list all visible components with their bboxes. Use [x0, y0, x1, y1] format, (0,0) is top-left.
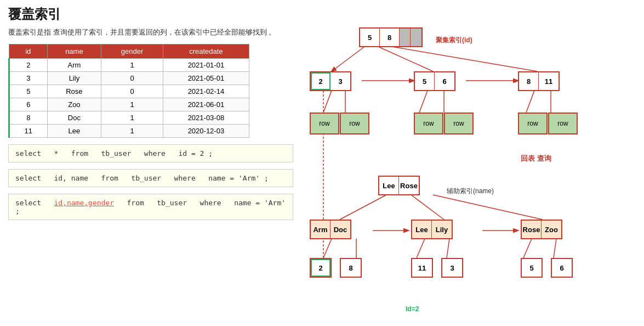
root-cell-ptr2	[411, 29, 421, 46]
sec-mid-left: Arm Doc	[310, 220, 351, 239]
leaf-row-6: row	[549, 114, 577, 133]
page-subtitle: 覆盖索引是指 查询使用了索引，并且需要返回的列，在该索引中已经全部能够找到 。	[8, 27, 293, 37]
table-row: 3Lily02021-05-01	[9, 72, 249, 85]
leaf-row-1: row	[311, 114, 338, 133]
clustered-mid-center: 5 6	[414, 71, 455, 91]
table-cell-r5-c3: 2020-12-03	[163, 125, 249, 138]
sec-mid-right: Rose Zoo	[521, 220, 562, 239]
sec-leaf-center-2: 3	[441, 258, 463, 278]
leaf-row-5: row	[519, 114, 546, 133]
table-cell-r1-c3: 2021-05-01	[163, 72, 249, 85]
table-cell-r2-c1: Rose	[47, 85, 101, 98]
table-row: 2Arm12021-01-01	[9, 59, 249, 72]
table-cell-r0-c1: Arm	[47, 59, 101, 72]
table-cell-r1-c0: 3	[9, 72, 48, 85]
table-cell-r3-c2: 1	[101, 98, 163, 111]
leaf-left-1: row	[310, 113, 339, 134]
sec-leaf-8: 8	[341, 259, 361, 277]
secondary-label: 辅助索引(name)	[447, 187, 494, 196]
table-cell-r4-c2: 1	[101, 111, 163, 125]
leaf-row-4: row	[445, 114, 472, 133]
leaf-right-2: row	[548, 113, 578, 134]
clustered-mid-left: 2 3	[310, 71, 351, 91]
svg-line-1	[378, 47, 433, 71]
sql2-text: select id, name from tb_user where name …	[15, 174, 269, 182]
mid-center-cell-5: 5	[415, 72, 435, 90]
table-header-gender: gender	[101, 44, 163, 59]
sql-box-3: select id,name,gender from tb_user where…	[8, 194, 293, 220]
mid-right-cell-11: 11	[539, 72, 558, 90]
sec-leaf-6: 6	[552, 259, 572, 277]
backtable-label: 回表 查询	[521, 154, 551, 164]
leaf-right-1: row	[518, 113, 548, 134]
sec-leaf-3: 3	[442, 259, 462, 277]
sec-leaf-center-1: 11	[411, 258, 433, 278]
table-cell-r1-c2: 0	[101, 72, 163, 85]
table-row: 8Doc12021-03-08	[9, 111, 249, 125]
mid-center-cell-6: 6	[435, 72, 454, 90]
clustered-mid-right: 8 11	[518, 71, 560, 91]
sec-leaf-5: 5	[522, 259, 542, 277]
leaf-left-2: row	[340, 113, 369, 134]
sec-root-lee: Lee	[379, 177, 399, 194]
table-cell-r5-c0: 11	[9, 125, 48, 138]
svg-line-21	[554, 239, 556, 258]
sec-mid-arm: Arm	[311, 221, 330, 238]
sec-leaf-11: 11	[412, 259, 432, 277]
data-table: idnamegendercreatedate 2Arm12021-01-013L…	[8, 44, 249, 138]
root-cell-8: 8	[380, 29, 400, 46]
id2-label: Id=2	[406, 305, 419, 313]
page: 覆盖索引 覆盖索引是指 查询使用了索引，并且需要返回的列，在该索引中已经全部能够…	[0, 0, 644, 326]
table-cell-r2-c0: 5	[9, 85, 48, 98]
table-cell-r0-c0: 2	[9, 59, 48, 72]
leaf-center-1: row	[414, 113, 443, 134]
sec-mid-lee: Lee	[412, 221, 432, 238]
svg-line-2	[392, 47, 537, 71]
table-cell-r3-c1: Zoo	[47, 98, 101, 111]
svg-line-12	[411, 195, 444, 220]
table-header-createdate: createdate	[163, 44, 249, 59]
svg-line-19	[447, 239, 449, 258]
table-cell-r0-c2: 1	[101, 59, 163, 72]
table-cell-r4-c0: 8	[9, 111, 48, 125]
sec-mid-doc: Doc	[330, 221, 350, 238]
sec-mid-lily: Lily	[432, 221, 452, 238]
svg-line-0	[332, 47, 364, 71]
table-cell-r4-c1: Doc	[47, 111, 101, 125]
sec-leaf-right-2: 6	[551, 258, 573, 278]
sec-root-rose: Rose	[399, 177, 419, 194]
sec-leaf-right-1: 5	[521, 258, 543, 278]
leaf-row-2: row	[341, 114, 368, 133]
table-cell-r5-c1: Lee	[47, 125, 101, 138]
leaf-row-3: row	[415, 114, 442, 133]
table-row: 5Rose02021-02-14	[9, 85, 249, 98]
svg-line-13	[433, 195, 543, 220]
svg-line-7	[526, 91, 534, 113]
root-cell-5: 5	[360, 29, 380, 46]
table-header-name: name	[47, 44, 101, 59]
mid-right-cell-8: 8	[519, 72, 539, 90]
mid-left-cell-2: 2	[311, 72, 330, 90]
table-row: 6Zoo12021-06-01	[9, 98, 249, 111]
svg-line-20	[523, 239, 532, 258]
svg-line-3	[323, 91, 332, 113]
page-title: 覆盖索引	[8, 5, 293, 23]
svg-line-16	[323, 239, 332, 258]
sql-box-2: select id, name from tb_user where name …	[8, 169, 293, 187]
right-panel: 聚集索引(id) 5 8 2 3 5 6 8 11	[301, 0, 644, 326]
svg-line-18	[417, 239, 425, 258]
table-cell-r5-c2: 1	[101, 125, 163, 138]
table-cell-r3-c3: 2021-06-01	[163, 98, 249, 111]
root-cell-ptr1	[400, 29, 411, 46]
sec-leaf-left-2: 8	[340, 258, 362, 278]
sec-leaf-left-1: 2	[310, 258, 332, 278]
table-cell-r3-c0: 6	[9, 98, 48, 111]
sql3-highlight: id,name,gender	[54, 199, 114, 207]
left-panel: 覆盖索引 覆盖索引是指 查询使用了索引，并且需要返回的列，在该索引中已经全部能够…	[0, 0, 301, 326]
sec-mid-zoo: Zoo	[542, 221, 561, 238]
table-cell-r1-c1: Lily	[47, 72, 101, 85]
sql-box-1: select * from tb_user where id = 2 ;	[8, 144, 293, 162]
sec-mid-center: Lee Lily	[411, 220, 453, 239]
table-cell-r0-c3: 2021-01-01	[163, 59, 249, 72]
table-header-id: id	[9, 44, 48, 59]
